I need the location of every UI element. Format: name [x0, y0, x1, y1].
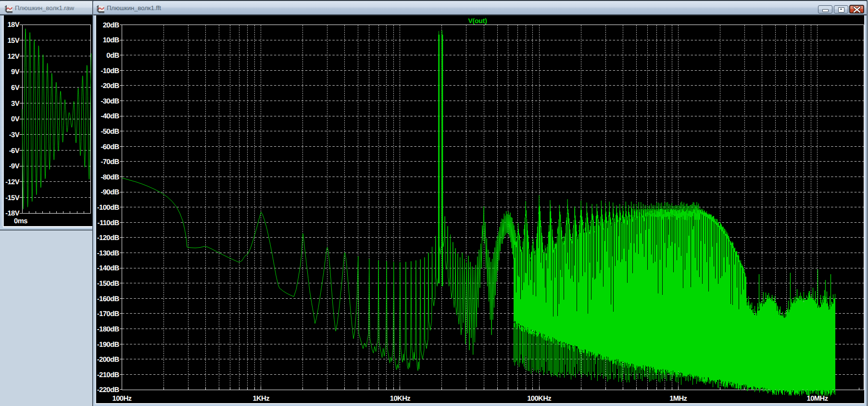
svg-text:-160dB: -160dB: [97, 295, 120, 303]
svg-text:1KHz: 1KHz: [252, 395, 269, 403]
svg-text:-10dB: -10dB: [101, 67, 119, 75]
svg-text:3V: 3V: [11, 100, 20, 108]
svg-text:6V: 6V: [11, 84, 20, 92]
svg-text:12V: 12V: [7, 53, 19, 61]
svg-text:-110dB: -110dB: [98, 219, 120, 227]
svg-text:100Hz: 100Hz: [113, 395, 132, 403]
svg-text:-3V: -3V: [9, 131, 20, 139]
svg-text:-120dB: -120dB: [97, 234, 120, 242]
svg-text:-170dB: -170dB: [97, 310, 120, 318]
svg-text:1MHz: 1MHz: [669, 395, 687, 403]
svg-text:20dB: 20dB: [103, 22, 120, 29]
svg-text:-210dB: -210dB: [97, 371, 120, 379]
svg-text:10MHz: 10MHz: [807, 395, 828, 403]
svg-text:-20dB: -20dB: [101, 82, 119, 90]
svg-text:100KHz: 100KHz: [527, 395, 551, 403]
svg-text:-15V: -15V: [5, 194, 20, 202]
svg-text:-6V: -6V: [9, 147, 20, 155]
svg-text:-150dB: -150dB: [97, 280, 120, 288]
svg-text:-80dB: -80dB: [101, 174, 119, 181]
svg-text:0ms: 0ms: [14, 217, 27, 225]
svg-text:-190dB: -190dB: [97, 341, 120, 349]
svg-text:-220dB: -220dB: [97, 386, 120, 394]
svg-text:0V: 0V: [11, 115, 20, 123]
svg-text:-100dB: -100dB: [97, 204, 120, 212]
svg-text:10dB: 10dB: [103, 37, 120, 44]
svg-text:-180dB: -180dB: [97, 326, 120, 333]
svg-text:15V: 15V: [7, 37, 19, 45]
svg-text:10KHz: 10KHz: [390, 395, 410, 403]
svg-text:-50dB: -50dB: [101, 128, 119, 136]
svg-text:-140dB: -140dB: [97, 265, 120, 272]
svg-text:-130dB: -130dB: [97, 250, 120, 257]
svg-text:0dB: 0dB: [106, 52, 119, 60]
svg-text:-9V: -9V: [9, 163, 20, 170]
svg-text:-30dB: -30dB: [101, 98, 119, 105]
svg-text:-70dB: -70dB: [101, 158, 119, 166]
svg-text:-12V: -12V: [5, 178, 20, 186]
svg-text:9V: 9V: [11, 68, 20, 76]
svg-text:-90dB: -90dB: [101, 189, 119, 196]
svg-text:-18V: -18V: [5, 210, 20, 217]
svg-text:-40dB: -40dB: [101, 113, 119, 120]
svg-text:-200dB: -200dB: [97, 356, 120, 364]
svg-text:-60dB: -60dB: [101, 143, 119, 151]
svg-text:V(out): V(out): [468, 17, 487, 25]
svg-text:18V: 18V: [7, 21, 19, 29]
